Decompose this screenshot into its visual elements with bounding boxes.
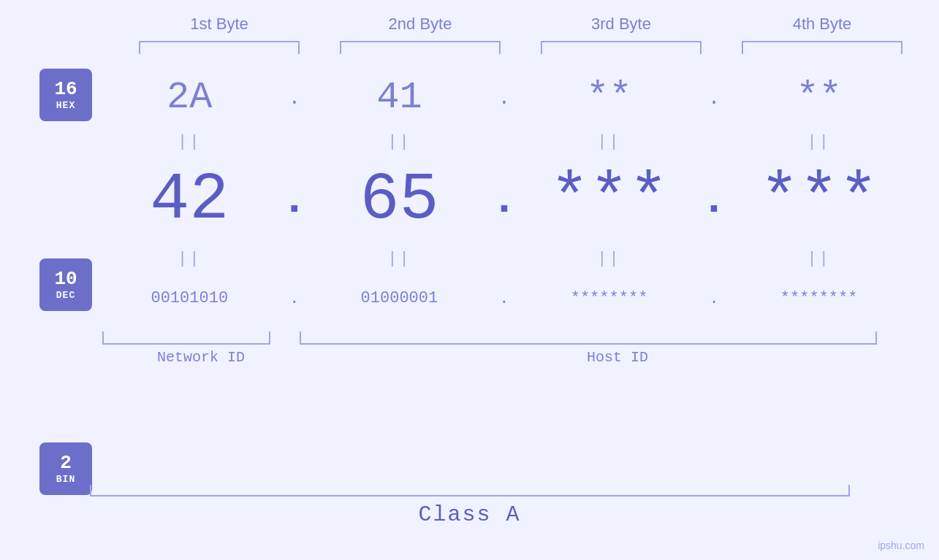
bin-val-3: ******** — [525, 288, 693, 310]
id-labels-row: Network ID Host ID — [102, 349, 906, 366]
byte-header-4: 4th Byte — [731, 15, 913, 34]
bin-row: 00101010 . 01000001 . ******** . — [102, 273, 906, 324]
byte-headers-row: 1st Byte 2nd Byte 3rd Byte 4th Byte — [119, 15, 923, 34]
content-area: 16 HEX 10 DEC 2 BIN 2A . — [0, 69, 939, 495]
byte-header-2: 2nd Byte — [329, 15, 512, 34]
hex-dot-1: . — [280, 87, 309, 110]
host-id-label: Host ID — [329, 349, 906, 366]
class-section: Class A — [0, 485, 939, 527]
eq-2: || — [315, 133, 483, 151]
eq-8: || — [735, 250, 903, 268]
dec-dot-3: . — [699, 175, 729, 225]
bin-val-1: 00101010 — [105, 288, 273, 310]
dec-val-2: 65 — [315, 164, 483, 237]
eq-row-2: || || || || — [102, 244, 906, 273]
watermark: ipshu.com — [878, 540, 924, 551]
host-bottom-bracket — [300, 331, 877, 345]
dec-val-3: *** — [525, 164, 693, 237]
top-bracket-1 — [139, 41, 300, 54]
hex-val-1: 2A — [105, 75, 273, 120]
hex-badge: 16 HEX — [39, 69, 92, 121]
eq-4: || — [735, 133, 903, 151]
dec-val-1: 42 — [105, 164, 273, 237]
class-label: Class A — [418, 502, 520, 527]
hex-dot-2: . — [490, 87, 519, 110]
hex-dot-3: . — [699, 87, 729, 110]
byte-header-1: 1st Byte — [128, 15, 311, 34]
main-container: 1st Byte 2nd Byte 3rd Byte 4th Byte 16 H… — [0, 0, 939, 560]
network-id-label: Network ID — [102, 349, 300, 366]
bin-val-4: ******** — [735, 288, 903, 310]
dec-badge: 10 DEC — [39, 258, 92, 311]
bin-badge-label: BIN — [56, 474, 75, 485]
top-bracket-4 — [742, 41, 902, 54]
dec-val-4: *** — [735, 164, 903, 237]
dec-dot-1: . — [280, 175, 309, 225]
hex-val-3: ** — [525, 75, 693, 120]
hex-val-2: 41 — [315, 75, 483, 120]
bin-val-2: 01000001 — [315, 288, 483, 310]
bottom-bracket-container — [102, 331, 906, 345]
eq-7: || — [525, 250, 693, 268]
eq-6: || — [315, 250, 483, 268]
eq-1: || — [105, 133, 273, 151]
byte-header-3: 3rd Byte — [530, 15, 712, 34]
class-bracket — [90, 485, 850, 496]
bin-dot-1: . — [280, 290, 309, 308]
badges-column: 16 HEX 10 DEC 2 BIN — [29, 69, 102, 495]
hex-badge-number: 16 — [54, 79, 77, 100]
network-bottom-bracket — [102, 331, 270, 345]
dec-badge-label: DEC — [56, 290, 75, 301]
eq-3: || — [525, 133, 693, 151]
eq-row-1: || || || || — [102, 127, 906, 156]
dec-dot-2: . — [490, 175, 519, 225]
dec-badge-number: 10 — [54, 269, 77, 290]
bin-dot-2: . — [490, 290, 519, 308]
eq-5: || — [105, 250, 273, 268]
top-bracket-2 — [340, 41, 501, 54]
hex-badge-label: HEX — [56, 100, 75, 111]
bin-badge-number: 2 — [60, 453, 72, 474]
top-bracket-3 — [541, 41, 702, 54]
top-bracket-row — [119, 41, 923, 54]
values-area: 2A . 41 . ** . ** — [102, 69, 939, 366]
hex-row: 2A . 41 . ** . ** — [102, 69, 906, 127]
dec-row: 42 . 65 . *** . *** — [102, 156, 906, 244]
bin-dot-3: . — [699, 290, 729, 308]
hex-val-4: ** — [735, 75, 903, 120]
